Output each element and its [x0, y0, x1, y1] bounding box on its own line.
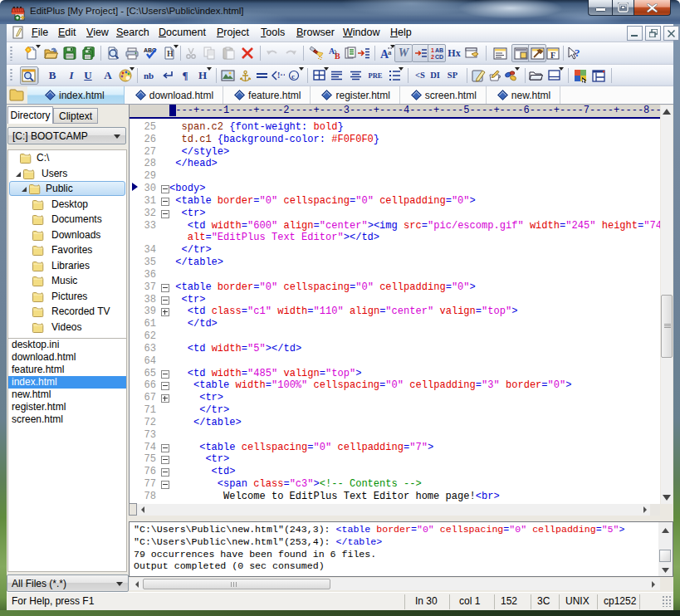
svg-text:?: ?: [575, 46, 580, 59]
svg-text:a: a: [388, 48, 392, 56]
svg-text:AB: AB: [435, 47, 443, 53]
svg-text:1: 1: [431, 47, 434, 53]
svg-text:H: H: [167, 49, 174, 58]
svg-text:!··: !··: [277, 71, 285, 80]
svg-text:2: 2: [431, 54, 434, 60]
svg-text:F: F: [550, 51, 555, 60]
svg-text:c: c: [291, 72, 295, 81]
svg-text:B: B: [335, 51, 340, 60]
svg-text:CD: CD: [435, 54, 443, 60]
